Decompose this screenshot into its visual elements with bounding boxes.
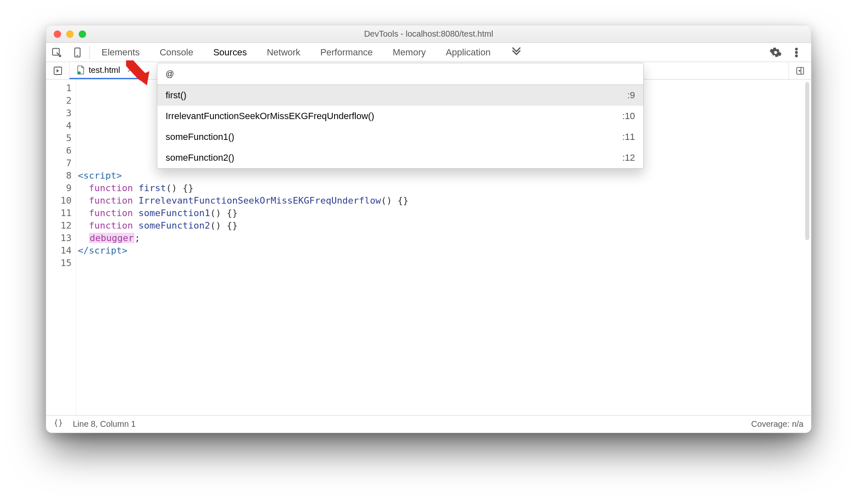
line-number: 12 [46,219,72,232]
code-line[interactable]: </script> [78,244,811,257]
line-number: 2 [46,95,72,107]
line-number: 15 [46,257,72,269]
window-controls [54,30,86,38]
svg-point-8 [78,72,81,75]
line-number: 9 [46,182,72,194]
line-number: 13 [46,232,72,244]
line-number-gutter: 123456789101112131415 [46,80,76,415]
tab-elements[interactable]: Elements [92,43,150,62]
line-number: 4 [46,120,72,132]
cursor-position: Line 8, Column 1 [73,419,136,429]
divider [89,45,90,59]
debugger-pane-toggle-button[interactable] [789,62,811,79]
more-tabs-button[interactable] [501,43,532,62]
line-number: 11 [46,207,72,219]
code-line[interactable]: function first() {} [78,182,811,194]
status-bar: Line 8, Column 1 Coverage: n/a [46,415,811,433]
code-line[interactable]: function someFunction2() {} [78,219,811,232]
quick-open-result-label: IrrelevantFunctionSeekOrMissEKGFreqUnder… [166,111,374,122]
close-tab-button[interactable]: ✕ [127,65,133,75]
quick-open-result-label: someFunction2() [166,152,234,163]
code-line[interactable]: function someFunction1() {} [78,207,811,219]
tab-application[interactable]: Application [436,43,501,62]
file-tab-label: test.html [89,65,120,75]
quick-open-result[interactable]: someFunction2():12 [157,147,643,168]
quick-open-result-line: :11 [622,132,635,142]
titlebar: DevTools - localhost:8080/test.html [46,25,811,43]
code-line[interactable]: debugger; [78,232,811,244]
sources-toolbar: test.html ✕ @ first():9IrrelevantFunctio… [46,62,811,80]
quick-open-result-line: :12 [622,152,635,163]
tab-memory[interactable]: Memory [383,43,436,62]
svg-marker-7 [57,69,59,72]
coverage-status: Coverage: n/a [751,419,804,429]
minimize-window-button[interactable] [66,30,74,38]
close-window-button[interactable] [54,30,61,38]
kebab-menu-button[interactable] [786,47,807,58]
svg-marker-11 [798,70,800,72]
quick-open-result[interactable]: someFunction1():11 [157,127,643,147]
tab-sources[interactable]: Sources [203,43,257,62]
code-line[interactable]: <script> [78,169,811,182]
quick-open-input[interactable]: @ [157,63,643,85]
quick-open-result-line: :9 [627,90,635,101]
quick-open-result-line: :10 [622,111,635,122]
line-number: 3 [46,107,72,120]
window-title: DevTools - localhost:8080/test.html [46,29,811,39]
tab-performance[interactable]: Performance [310,43,383,62]
line-number: 1 [46,82,72,95]
code-line[interactable]: function IrrelevantFunctionSeekOrMissEKG… [78,194,811,207]
file-icon [77,65,84,75]
svg-point-3 [796,48,798,50]
quick-open-result[interactable]: IrrelevantFunctionSeekOrMissEKGFreqUnder… [157,106,643,127]
line-number: 5 [46,132,72,144]
pretty-print-button[interactable] [54,418,63,430]
settings-button[interactable] [765,47,786,58]
quick-open-result[interactable]: first():9 [157,85,643,106]
inspect-element-button[interactable] [46,43,67,62]
quick-open-popup: @ first():9IrrelevantFunctionSeekOrMissE… [157,63,644,169]
zoom-window-button[interactable] [79,30,86,38]
code-line[interactable] [78,257,811,269]
svg-point-5 [796,55,798,57]
line-number: 14 [46,244,72,257]
file-tab-test-html[interactable]: test.html ✕ [69,62,141,79]
main-tabstrip: Elements Console Sources Network Perform… [46,43,811,62]
navigator-toggle-button[interactable] [46,62,69,79]
svg-point-4 [796,51,798,53]
device-toolbar-button[interactable] [67,43,88,62]
line-number: 10 [46,194,72,207]
devtools-window: DevTools - localhost:8080/test.html Elem… [46,25,811,433]
quick-open-result-label: first() [166,90,186,101]
tab-network[interactable]: Network [257,43,310,62]
tab-console[interactable]: Console [150,43,203,62]
line-number: 7 [46,157,72,169]
line-number: 6 [46,144,72,157]
line-number: 8 [46,169,72,182]
scrollbar[interactable] [805,82,809,240]
quick-open-result-label: someFunction1() [166,132,234,142]
